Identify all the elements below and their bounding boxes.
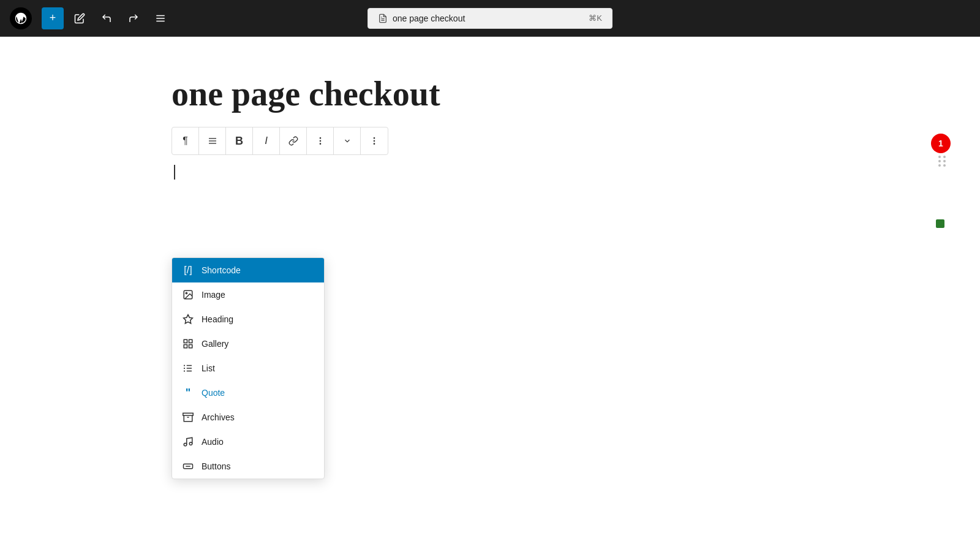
link-tool[interactable]	[280, 127, 307, 154]
text-cursor	[173, 165, 809, 182]
svg-point-10	[320, 143, 320, 144]
svg-point-29	[184, 443, 187, 446]
quote-icon: "	[182, 387, 194, 399]
svg-rect-20	[184, 345, 187, 348]
svg-rect-19	[189, 345, 192, 348]
page-title-bar[interactable]: one page checkout ⌘K	[368, 8, 612, 29]
image-icon	[182, 289, 194, 301]
edit-button[interactable]	[69, 7, 91, 29]
shortcode-icon: [/]	[182, 264, 194, 276]
menu-item-list[interactable]: List	[172, 356, 324, 381]
notification-badge[interactable]: 1	[931, 134, 951, 153]
svg-marker-16	[184, 315, 193, 324]
menu-item-archives[interactable]: Archives	[172, 405, 324, 430]
page-title-text: one page checkout	[393, 13, 465, 23]
menu-item-image[interactable]: Image	[172, 282, 324, 307]
paragraph-tool[interactable]: ¶	[172, 127, 199, 154]
page-heading[interactable]: one page checkout	[172, 74, 809, 115]
menu-item-buttons[interactable]: Buttons	[172, 454, 324, 479]
keyboard-shortcut: ⌘K	[589, 13, 602, 23]
block-options-tool[interactable]	[361, 127, 388, 154]
menu-item-quote[interactable]: " Quote	[172, 381, 324, 405]
menu-item-gallery[interactable]: Gallery	[172, 332, 324, 356]
svg-point-8	[320, 138, 320, 138]
gallery-icon	[182, 338, 194, 350]
menu-item-heading[interactable]: Heading	[172, 307, 324, 332]
svg-rect-18	[189, 339, 192, 343]
menu-item-audio[interactable]: Audio	[172, 430, 324, 454]
italic-tool[interactable]: I	[253, 127, 280, 154]
svg-point-9	[320, 141, 320, 142]
svg-point-12	[374, 141, 374, 142]
list-view-button[interactable]	[149, 7, 172, 29]
menu-item-shortcode[interactable]: [/] Shortcode	[172, 258, 324, 282]
block-insert-menu: [/] Shortcode Image Heading	[172, 257, 325, 479]
align-tool[interactable]	[199, 127, 226, 154]
wp-logo[interactable]	[10, 7, 32, 29]
heading-icon	[182, 313, 194, 325]
archives-icon	[182, 411, 194, 423]
svg-point-30	[189, 442, 192, 445]
drag-handle	[938, 156, 946, 167]
more-options-tool[interactable]	[307, 127, 334, 154]
status-indicator	[936, 219, 944, 228]
svg-point-11	[374, 138, 374, 138]
svg-rect-27	[183, 413, 194, 415]
top-toolbar: +	[0, 0, 980, 37]
svg-point-13	[374, 143, 374, 144]
bold-tool[interactable]: B	[226, 127, 253, 154]
svg-point-15	[186, 292, 187, 294]
chevron-down-tool[interactable]	[334, 127, 361, 154]
add-block-button[interactable]: +	[42, 7, 64, 29]
redo-button[interactable]	[123, 7, 145, 29]
svg-rect-17	[184, 339, 187, 343]
list-icon	[182, 362, 194, 374]
block-toolbar: ¶ B I	[172, 127, 388, 155]
undo-button[interactable]	[96, 7, 118, 29]
buttons-icon	[182, 460, 194, 472]
audio-icon	[182, 436, 194, 448]
editor-area: one page checkout ¶ B I	[0, 37, 980, 206]
document-icon	[378, 13, 388, 23]
